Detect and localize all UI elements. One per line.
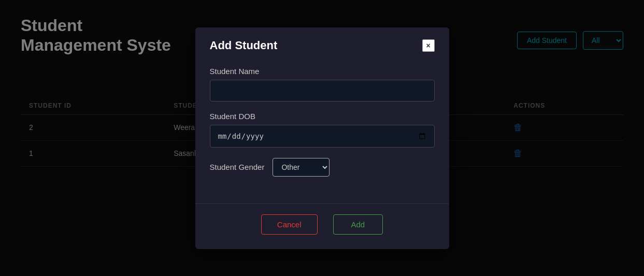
student-dob-label: Student DOB	[210, 112, 435, 121]
student-gender-label: Student Gender	[210, 163, 265, 171]
cancel-button[interactable]: Cancel	[261, 214, 318, 235]
modal-title: Add Student	[210, 39, 278, 52]
add-student-modal: Add Student × Student Name Student DOB S…	[195, 27, 449, 249]
add-button[interactable]: Add	[333, 214, 383, 235]
modal-footer: Cancel Add	[195, 214, 449, 249]
student-name-label: Student Name	[210, 67, 435, 76]
modal-divider	[195, 204, 449, 204]
modal-body: Student Name Student DOB Student Gender …	[195, 62, 449, 204]
student-name-input[interactable]	[210, 80, 435, 101]
student-dob-input[interactable]	[210, 125, 435, 148]
student-gender-select[interactable]: Other Male Female	[273, 158, 330, 177]
student-dob-group: Student DOB	[210, 112, 435, 148]
student-gender-group: Student Gender Other Male Female	[210, 158, 435, 177]
modal-overlay: Add Student × Student Name Student DOB S…	[0, 0, 644, 276]
student-name-group: Student Name	[210, 67, 435, 101]
modal-close-button[interactable]: ×	[422, 39, 435, 52]
modal-header: Add Student ×	[195, 27, 449, 62]
